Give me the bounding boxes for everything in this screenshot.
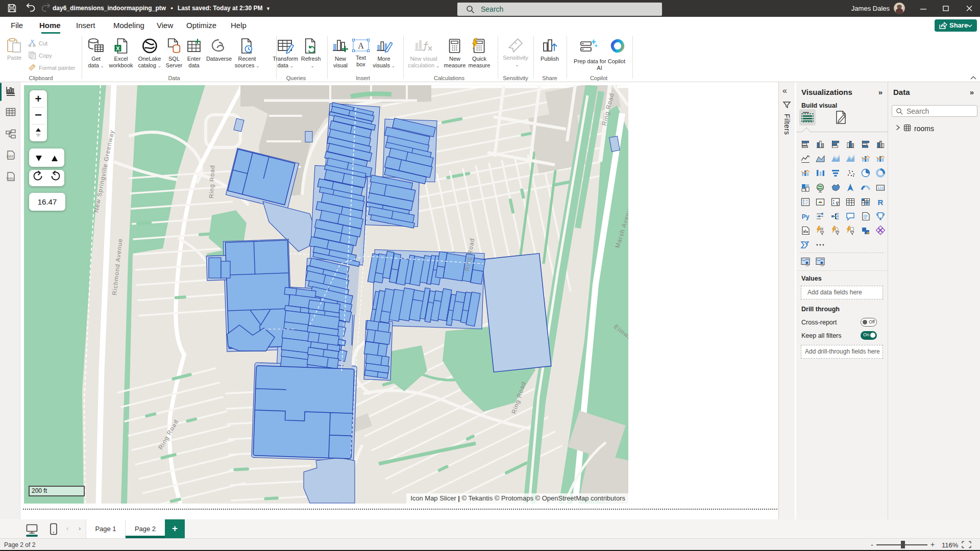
svg-text:Py: Py <box>802 213 810 220</box>
svg-text:X: X <box>116 45 120 52</box>
svg-text:A: A <box>358 41 364 50</box>
svg-text:123: 123 <box>877 186 884 190</box>
svg-text:TMDL: TMDL <box>6 177 15 180</box>
svg-text:Ring Road: Ring Road <box>208 165 216 198</box>
svg-text:R: R <box>878 198 884 207</box>
svg-text:DAX: DAX <box>7 155 14 158</box>
